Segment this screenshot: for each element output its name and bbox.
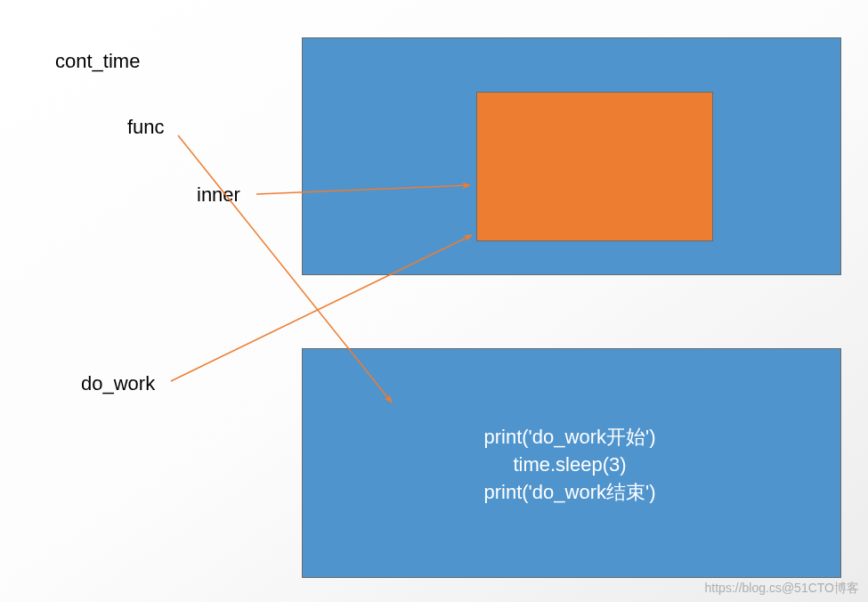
cont-time-label: cont_time: [55, 50, 140, 73]
code-line-3: print('do_work结束'): [463, 479, 677, 507]
inner-label: inner: [197, 183, 240, 207]
do-work-label: do_work: [81, 372, 155, 395]
func-label: func: [127, 116, 165, 139]
code-line-2: time.sleep(3): [463, 452, 677, 479]
code-line-1: print('do_work开始'): [463, 424, 677, 452]
diagram-stage: cont_time func inner do_work print('do_w…: [0, 0, 868, 602]
watermark: https://blog.cs@51CTO博客: [705, 581, 859, 597]
do-work-code: print('do_work开始') time.sleep(3) print('…: [463, 424, 677, 506]
inner-box: [476, 92, 713, 241]
